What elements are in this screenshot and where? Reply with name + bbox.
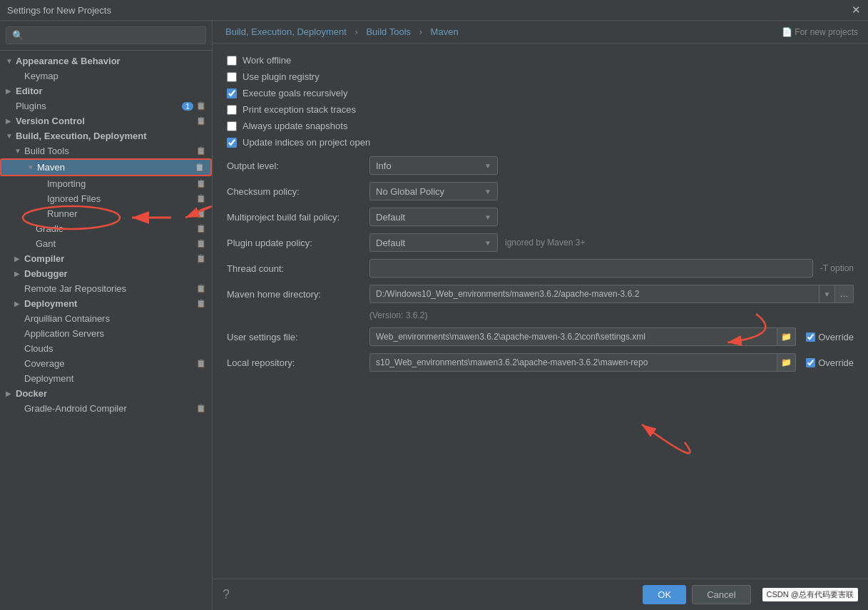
sidebar-item-importing[interactable]: Importing📋 (0, 176, 212, 191)
sidebar-item-maven[interactable]: ▼Maven📋 (0, 158, 212, 176)
form-label-output-level: Output level: (227, 161, 369, 171)
tree-icon-right-importing: 📋 (196, 179, 206, 188)
checkbox-execute-goals-recursively[interactable] (227, 88, 237, 98)
search-input[interactable] (6, 26, 206, 44)
local-repo-override: Override (806, 357, 854, 368)
user-settings-label: User settings file: (227, 332, 369, 342)
maven-home-input[interactable] (369, 285, 820, 303)
dialog-footer: ? OK Cancel CSDN @总有代码要害联 (213, 579, 868, 610)
tree-icon-right-coverage: 📋 (196, 359, 206, 368)
close-button[interactable]: ✕ (852, 4, 861, 16)
local-repo-override-checkbox[interactable] (806, 358, 815, 367)
sidebar-item-runner[interactable]: Runner📋 (0, 206, 212, 221)
cancel-button[interactable]: Cancel (692, 585, 750, 604)
checkbox-row-print-exception: Print exception stack traces (227, 104, 854, 115)
ok-button[interactable]: OK (643, 585, 686, 604)
tree-label-importing: Importing (47, 178, 193, 189)
tree-arrow-deployment: ▶ (14, 300, 24, 307)
select-multiproject-policy[interactable]: Default▼ (369, 208, 498, 226)
tree-arrow-compiler: ▶ (14, 255, 24, 263)
sidebar-item-deployment2[interactable]: Deployment (0, 371, 212, 386)
sidebar-item-version-control[interactable]: ▶Version Control📋 (0, 113, 212, 128)
checkbox-label-always-update-snapshots: Always update snapshots (242, 121, 347, 131)
tree-label-compiler: Compiler (24, 253, 193, 264)
checkbox-label-update-indices: Update indices on project open (242, 137, 370, 148)
breadcrumb: Build, Execution, Deployment › Build Too… (223, 26, 461, 37)
form-label-thread-count: Thread count: (227, 263, 369, 274)
form-control-plugin-update-policy: Default▼ignored by Maven 3+ (369, 233, 854, 252)
checkbox-always-update-snapshots[interactable] (227, 121, 237, 131)
local-repo-input[interactable] (369, 353, 777, 372)
tree-label-runner: Runner (47, 208, 193, 219)
sidebar-item-keymap[interactable]: Keymap (0, 68, 212, 83)
maven-home-label: Maven home directory: (227, 289, 369, 300)
select-plugin-update-policy[interactable]: Default▼ (369, 233, 498, 252)
checkbox-use-plugin-registry[interactable] (227, 72, 237, 82)
select-output-level[interactable]: Info▼ (369, 156, 498, 175)
sidebar-item-gradle-android[interactable]: Gradle-Android Compiler📋 (0, 401, 212, 416)
sidebar-item-plugins[interactable]: Plugins1📋 (0, 98, 212, 113)
sidebar-item-app-servers[interactable]: Application Servers (0, 326, 212, 341)
sidebar-item-gant[interactable]: Gant📋 (0, 236, 212, 251)
tree-icon-right-gant: 📋 (196, 239, 206, 248)
sidebar-item-remote-jar[interactable]: Remote Jar Repositories📋 (0, 281, 212, 296)
maven-home-dropdown-btn[interactable]: ▼ (820, 285, 835, 303)
tree-icon-right-plugins: 📋 (196, 101, 206, 111)
sidebar-item-ignored-files[interactable]: Ignored Files📋 (0, 191, 212, 206)
user-settings-override-checkbox[interactable] (806, 332, 815, 342)
tree-arrow-appearance: ▼ (6, 57, 16, 65)
sidebar-item-docker[interactable]: ▶Docker (0, 386, 212, 401)
tree-arrow-build-tools: ▼ (14, 147, 24, 155)
csdn-watermark: CSDN @总有代码要害联 (762, 588, 858, 601)
sidebar-item-deployment[interactable]: ▶Deployment📋 (0, 296, 212, 311)
form-label-multiproject-policy: Multiproject build fail policy: (227, 212, 369, 223)
sidebar-item-editor[interactable]: ▶Editor (0, 83, 212, 98)
maven-home-control: ▼ … (369, 285, 854, 303)
breadcrumb-part-1[interactable]: Build, Execution, Deployment (225, 26, 347, 37)
select-value-multiproject-policy: Default (376, 212, 405, 223)
sidebar-item-build-exec-deploy[interactable]: ▼Build, Execution, Deployment (0, 128, 212, 143)
sidebar-item-gradle[interactable]: Gradle📋 (0, 221, 212, 236)
user-settings-input[interactable] (369, 327, 777, 346)
breadcrumb-part-3[interactable]: Maven (431, 26, 459, 37)
checkbox-update-indices[interactable] (227, 138, 237, 148)
maven-home-row: Maven home directory: ▼ … (227, 285, 854, 303)
sidebar-item-coverage[interactable]: Coverage📋 (0, 356, 212, 371)
tree-label-debugger: Debugger (24, 268, 206, 279)
maven-home-browse-btn[interactable]: … (835, 285, 854, 303)
checkbox-print-exception[interactable] (227, 105, 237, 115)
hint-thread-count: -T option (820, 263, 854, 273)
form-control-multiproject-policy: Default▼ (369, 208, 854, 226)
select-checksum-policy[interactable]: No Global Policy▼ (369, 182, 498, 200)
sidebar-item-clouds[interactable]: Clouds (0, 341, 212, 356)
checkbox-work-offline[interactable] (227, 56, 237, 66)
checkbox-row-work-offline: Work offline (227, 55, 854, 66)
tree-label-keymap: Keymap (24, 71, 206, 81)
tree-arrow-docker: ▶ (6, 390, 16, 397)
user-settings-override: Override (806, 332, 854, 342)
select-value-checksum-policy: No Global Policy (376, 186, 444, 197)
local-repo-browse-btn[interactable]: 📁 (777, 353, 796, 372)
user-settings-path-row: 📁 (369, 327, 796, 346)
local-repo-path-row: 📁 (369, 353, 796, 372)
checkbox-label-print-exception: Print exception stack traces (242, 104, 356, 115)
input-thread-count[interactable] (369, 259, 813, 278)
sidebar-item-compiler[interactable]: ▶Compiler📋 (0, 251, 212, 266)
tree-arrow-build-exec-deploy: ▼ (6, 132, 16, 140)
tree-icon-right-deployment: 📋 (196, 299, 206, 308)
form-control-thread-count: -T option (369, 259, 854, 278)
help-button[interactable]: ? (223, 587, 230, 602)
tree-label-gant: Gant (36, 238, 193, 249)
form-fields-container: Output level:Info▼Checksum policy:No Glo… (227, 156, 854, 278)
sidebar-item-build-tools[interactable]: ▼Build Tools📋 (0, 143, 212, 158)
sidebar-item-arquillian[interactable]: Arquillian Containers (0, 311, 212, 326)
tree-label-plugins: Plugins (16, 101, 179, 111)
tree-icon-right-version-control: 📋 (196, 116, 206, 126)
sidebar-tree: ▼Appearance & BehaviorKeymap▶EditorPlugi… (0, 51, 212, 610)
tree-arrow-version-control: ▶ (6, 117, 16, 125)
sidebar-item-appearance[interactable]: ▼Appearance & Behavior (0, 54, 212, 68)
user-settings-browse-btn[interactable]: 📁 (777, 327, 796, 346)
checkbox-row-execute-goals-recursively: Execute goals recursively (227, 88, 854, 98)
breadcrumb-part-2[interactable]: Build Tools (366, 26, 411, 37)
sidebar-item-debugger[interactable]: ▶Debugger (0, 266, 212, 281)
